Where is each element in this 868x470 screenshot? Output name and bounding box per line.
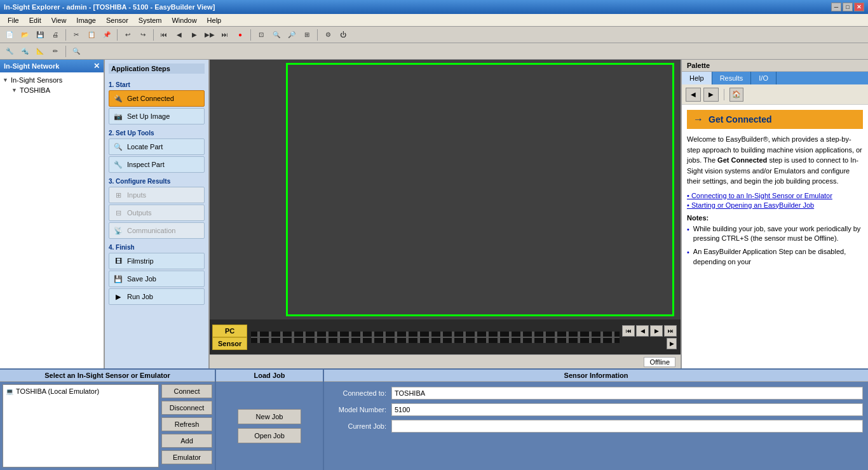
new-btn[interactable]: 📄 xyxy=(3,28,17,42)
film-expand-btn[interactable]: ▶ xyxy=(667,338,677,349)
paste-btn[interactable]: 📌 xyxy=(100,28,114,42)
save-btn[interactable]: 💾 xyxy=(33,28,47,42)
tab-io[interactable]: I/O xyxy=(751,72,776,84)
sensor-tab[interactable]: Sensor xyxy=(212,337,247,350)
zoom-in[interactable]: 🔍 xyxy=(269,28,283,42)
add-button[interactable]: Add xyxy=(161,434,212,448)
menu-image[interactable]: Image xyxy=(71,15,101,25)
maximize-button[interactable]: □ xyxy=(843,3,853,11)
note-1-text: While building your job, save your work … xyxy=(693,224,863,244)
sensor-list-item-label: TOSHIBA (Local Emulator) xyxy=(16,387,99,395)
menu-file[interactable]: File xyxy=(3,15,24,25)
home-button[interactable]: 🏠 xyxy=(729,88,743,102)
zoom-rect[interactable]: ⊞ xyxy=(300,28,314,42)
copy-btn[interactable]: 📋 xyxy=(85,28,98,42)
connected-to-input[interactable] xyxy=(391,387,863,399)
cut-btn[interactable]: ✂ xyxy=(69,28,83,42)
sensor-list-item[interactable]: 💻 TOSHIBA (Local Emulator) xyxy=(4,386,157,396)
tool2[interactable]: 🔩 xyxy=(18,44,32,58)
connect-button[interactable]: Connect xyxy=(161,384,212,398)
step-setup-image-label: Set Up Image xyxy=(127,112,170,120)
film-first-btn[interactable]: ⏮ xyxy=(622,325,635,337)
tool1[interactable]: 🔧 xyxy=(3,44,17,58)
step-communication: 📡 Communication xyxy=(109,222,205,239)
prev-btn[interactable]: ◀ xyxy=(172,28,186,42)
palette-content: → Get Connected Welcome to EasyBuilder®,… xyxy=(682,105,868,368)
tree-area: ▼ In-Sight Sensors ▼ TOSHIBA xyxy=(0,72,104,368)
film-prev-btn[interactable]: ◀ xyxy=(636,325,649,337)
steps-panel: Application Steps 1. Start 🔌 Get Connect… xyxy=(105,60,210,368)
help-body-text: Welcome to EasyBuilder®, which provides … xyxy=(687,134,863,187)
tab-results[interactable]: Results xyxy=(712,72,752,84)
zoom-fit[interactable]: ⊡ xyxy=(254,28,268,42)
image-viewport xyxy=(210,60,681,319)
zoom-out[interactable]: 🔎 xyxy=(285,28,299,42)
outputs-icon: ⊟ xyxy=(113,208,123,218)
new-job-button[interactable]: New Job xyxy=(238,409,301,424)
tree-child-sensors[interactable]: ▼ TOSHIBA xyxy=(3,85,101,95)
tool5[interactable]: 🔍 xyxy=(69,44,83,58)
step-save-job[interactable]: 💾 Save Job xyxy=(109,271,205,287)
step-filmstrip[interactable]: 🎞 Filmstrip xyxy=(109,253,205,269)
step-inspect-part[interactable]: 🔧 Inspect Part xyxy=(109,156,205,173)
link-connecting[interactable]: Connecting to an In-Sight Sensor or Emul… xyxy=(687,192,863,199)
back-button[interactable]: ◀ xyxy=(686,88,701,102)
menu-system[interactable]: System xyxy=(133,15,167,25)
tool3[interactable]: 📐 xyxy=(33,44,47,58)
disconnect-button[interactable]: Disconnect xyxy=(161,401,212,415)
power-btn[interactable]: ⏻ xyxy=(336,28,350,42)
minimize-button[interactable]: ─ xyxy=(831,3,841,11)
network-panel-close[interactable]: ✕ xyxy=(93,62,100,70)
section-3-results: 3. Configure Results xyxy=(109,178,205,185)
forward-button[interactable]: ▶ xyxy=(703,88,719,102)
last-btn[interactable]: ⏭ xyxy=(218,28,232,42)
expand-icon: ▼ xyxy=(3,77,8,83)
tab-help[interactable]: Help xyxy=(682,72,712,84)
step-communication-label: Communication xyxy=(127,227,175,234)
tree-root[interactable]: ▼ In-Sight Sensors xyxy=(3,75,101,85)
palette-nav: ◀ ▶ 🏠 xyxy=(682,84,868,105)
save-job-icon: 💾 xyxy=(113,274,123,284)
open-job-button[interactable]: Open Job xyxy=(238,428,301,443)
current-job-input[interactable] xyxy=(391,420,863,433)
menu-sensor[interactable]: Sensor xyxy=(101,15,133,25)
play-btn[interactable]: ▶ xyxy=(187,28,201,42)
emulator-button[interactable]: Emulator xyxy=(161,450,212,464)
close-button[interactable]: ✕ xyxy=(854,3,864,11)
step-get-connected[interactable]: 🔌 Get Connected xyxy=(109,90,205,107)
inputs-icon: ⊞ xyxy=(113,190,123,200)
menu-bar: File Edit View Image Sensor System Windo… xyxy=(0,14,868,27)
step-setup-image[interactable]: 📷 Set Up Image xyxy=(109,108,205,124)
menu-window[interactable]: Window xyxy=(166,15,201,25)
redo-btn[interactable]: ↪ xyxy=(136,28,150,42)
tool4[interactable]: ✏ xyxy=(48,44,62,58)
step-run-job[interactable]: ▶ Run Job xyxy=(109,288,205,305)
setup-image-icon: 📷 xyxy=(113,111,123,121)
model-number-label: Model Number: xyxy=(329,406,386,413)
steps-title: Application Steps xyxy=(109,64,205,74)
model-number-input[interactable] xyxy=(391,403,863,416)
menu-edit[interactable]: Edit xyxy=(24,15,46,25)
film-next-btn[interactable]: ▶ xyxy=(650,325,663,337)
pc-tab[interactable]: PC xyxy=(212,325,247,337)
step-locate-part[interactable]: 🔍 Locate Part xyxy=(109,138,205,155)
film-last-btn[interactable]: ⏭ xyxy=(664,325,677,337)
next-btn[interactable]: ▶▶ xyxy=(203,28,217,42)
link-starting[interactable]: Starting or Opening an EasyBuilder Job xyxy=(687,201,863,209)
settings-btn[interactable]: ⚙ xyxy=(321,28,335,42)
open-btn[interactable]: 📂 xyxy=(18,28,32,42)
undo-btn[interactable]: ↩ xyxy=(121,28,135,42)
refresh-button[interactable]: Refresh xyxy=(161,417,212,431)
notes-title: Notes: xyxy=(687,214,863,222)
menu-help[interactable]: Help xyxy=(202,15,227,25)
record-btn[interactable]: ● xyxy=(233,28,247,42)
network-panel: In-Sight Network ✕ ▼ In-Sight Sensors ▼ … xyxy=(0,60,105,368)
menu-view[interactable]: View xyxy=(46,15,72,25)
note-2-text: An EasyBuilder Application Step can be d… xyxy=(693,247,863,267)
step-inputs-label: Inputs xyxy=(127,191,146,199)
status-badge: Offline xyxy=(644,357,675,367)
print-btn[interactable]: 🖨 xyxy=(48,28,62,42)
first-btn[interactable]: ⏮ xyxy=(157,28,171,42)
model-number-row: Model Number: xyxy=(329,403,863,416)
bottom-job-panel: Load Job New Job Open Job xyxy=(216,370,324,470)
